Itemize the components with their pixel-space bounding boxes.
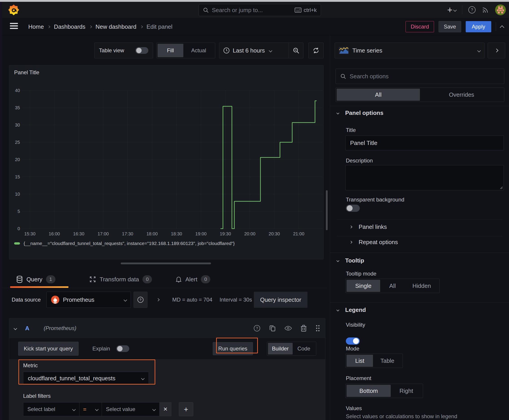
refresh-button[interactable] [308, 43, 324, 58]
visibility-toggle[interactable] [346, 338, 360, 345]
zoom-out-button[interactable] [289, 47, 303, 54]
timeseries-chart[interactable]: 051015202530354015:3016:0016:3017:0017:3… [9, 79, 324, 236]
time-picker: Last 6 hours [219, 43, 304, 58]
svg-text:10: 10 [15, 192, 20, 196]
mode-list[interactable]: List [347, 355, 373, 367]
query-inspector-button[interactable]: Query inspector [254, 292, 308, 308]
svg-text:?: ? [256, 326, 258, 330]
panel: Panel Title 051015202530354015:3016:0016… [9, 65, 324, 259]
collapse-options-button[interactable] [488, 43, 505, 58]
query-row-header[interactable]: A (Prometheus) ? [9, 318, 325, 338]
close-icon: ✕ [163, 406, 168, 412]
query-editor-card: A (Prometheus) ? Kick start your query E… [9, 318, 326, 420]
transparent-bg-toggle[interactable] [346, 205, 360, 212]
fill-option[interactable]: Fill [158, 44, 183, 57]
svg-text:30: 30 [15, 122, 20, 128]
tab-transform[interactable]: Transform data 0 [89, 272, 152, 287]
query-row-actions: ? [253, 325, 320, 332]
table-view-toggle[interactable] [135, 47, 148, 54]
grafana-logo-icon[interactable] [8, 4, 19, 15]
search-options-input[interactable]: Search options [335, 69, 504, 84]
options-expand-icon[interactable] [156, 298, 160, 301]
new-menu-button[interactable]: + [447, 5, 456, 14]
news-rss-icon[interactable] [482, 6, 489, 14]
svg-text:5: 5 [17, 209, 20, 214]
title-input[interactable]: Panel Title [345, 135, 504, 150]
breadcrumb-new-dashboard[interactable]: New dashboard [96, 23, 137, 30]
metric-select[interactable]: cloudflared_tunnel_total_requests [23, 372, 149, 385]
values-label: Values [346, 405, 362, 412]
datasource-help-button[interactable]: ? [134, 292, 147, 308]
tooltip-single[interactable]: Single [347, 280, 380, 292]
breadcrumb-dashboards[interactable]: Dashboards [54, 23, 85, 30]
topnav-right: + ? [447, 2, 506, 18]
description-textarea[interactable] [345, 165, 504, 190]
query-collapse-icon[interactable] [14, 326, 17, 330]
kickstart-button[interactable]: Kick start your query [18, 342, 79, 356]
legend-placement-switch: Bottom Right [345, 384, 423, 398]
menu-toggle[interactable] [10, 23, 18, 29]
code-option[interactable]: Code [293, 343, 315, 354]
actual-option[interactable]: Actual [183, 44, 214, 57]
breadcrumb-home[interactable]: Home [28, 23, 44, 30]
apply-button[interactable]: Apply [466, 21, 491, 32]
operator-dropdown[interactable]: = [79, 402, 102, 416]
remove-filter-button[interactable]: ✕ [160, 402, 171, 416]
panel-title[interactable]: Panel Title [14, 69, 39, 76]
svg-text:35: 35 [15, 105, 20, 110]
query-builder-body: Metric cloudflared_tunnel_total_requests… [9, 359, 325, 420]
max-data-points: MD = auto = 704 [172, 297, 212, 303]
tooltip-hidden[interactable]: Hidden [405, 280, 439, 292]
legend-mode-switch: List Table [345, 354, 403, 368]
delete-query-icon[interactable] [301, 325, 307, 332]
tooltip-header[interactable]: Tooltip [337, 257, 364, 264]
select-label-dropdown[interactable]: Select label [23, 402, 79, 416]
builder-option[interactable]: Builder [268, 343, 293, 354]
help-icon[interactable]: ? [468, 6, 476, 14]
visualization-picker[interactable]: Time series [335, 43, 485, 58]
run-queries-button[interactable]: Run queries [213, 342, 253, 355]
mode-table[interactable]: Table [373, 355, 402, 367]
mode-label: Mode [346, 345, 359, 352]
tab-all[interactable]: All [337, 89, 420, 101]
chart-legend[interactable]: {__name__="cloudflared_tunnel_total_requ… [14, 241, 235, 246]
query-datasource-hint: (Prometheus) [44, 325, 76, 331]
panel-options-header[interactable]: Panel options [337, 110, 383, 116]
add-filter-button[interactable]: + [179, 402, 193, 416]
svg-text:19:30: 19:30 [220, 231, 231, 236]
query-toolbar: Kick start your query Explain Run querie… [9, 338, 325, 359]
tab-alert[interactable]: Alert 0 [175, 272, 210, 287]
duplicate-query-icon[interactable] [269, 325, 276, 332]
tab-query[interactable]: Query 1 [16, 272, 55, 287]
datasource-picker[interactable]: Prometheus [46, 292, 131, 308]
drag-handle-icon[interactable] [315, 325, 320, 332]
save-button[interactable]: Save [439, 21, 461, 32]
legend-header[interactable]: Legend [337, 307, 366, 314]
values-hint: Select values or calculations to show in… [346, 413, 457, 420]
placement-bottom[interactable]: Bottom [347, 385, 391, 397]
svg-text:0: 0 [17, 226, 20, 231]
tab-overrides[interactable]: Overrides [420, 89, 503, 101]
repeat-options-header[interactable]: Repeat options [350, 239, 398, 246]
hide-query-icon[interactable] [284, 325, 292, 331]
vertical-scrollbar[interactable] [326, 190, 328, 230]
placement-right[interactable]: Right [391, 385, 422, 397]
horizontal-scrollbar[interactable] [121, 262, 211, 264]
tooltip-all[interactable]: All [380, 280, 405, 292]
global-search-input[interactable]: Search or jump to... ctrl+k [199, 4, 321, 16]
select-value-dropdown[interactable]: Select value [102, 402, 160, 416]
time-range-button[interactable]: Last 6 hours [219, 47, 289, 54]
transparent-bg-label: Transparent background [346, 196, 404, 203]
panel-links-header[interactable]: Panel links [350, 224, 387, 230]
avatar[interactable] [495, 5, 506, 15]
tab-query-badge: 1 [46, 275, 55, 283]
svg-text:19:00: 19:00 [195, 231, 206, 236]
collapse-header-icon[interactable] [500, 25, 504, 30]
resize-handle-icon[interactable] [500, 186, 503, 189]
discard-button[interactable]: Discard [406, 21, 434, 32]
explain-toggle[interactable] [116, 345, 129, 352]
svg-text:18:30: 18:30 [171, 231, 182, 236]
search-icon [340, 73, 346, 79]
svg-text:21:00: 21:00 [293, 231, 304, 236]
query-help-icon[interactable]: ? [253, 325, 261, 332]
